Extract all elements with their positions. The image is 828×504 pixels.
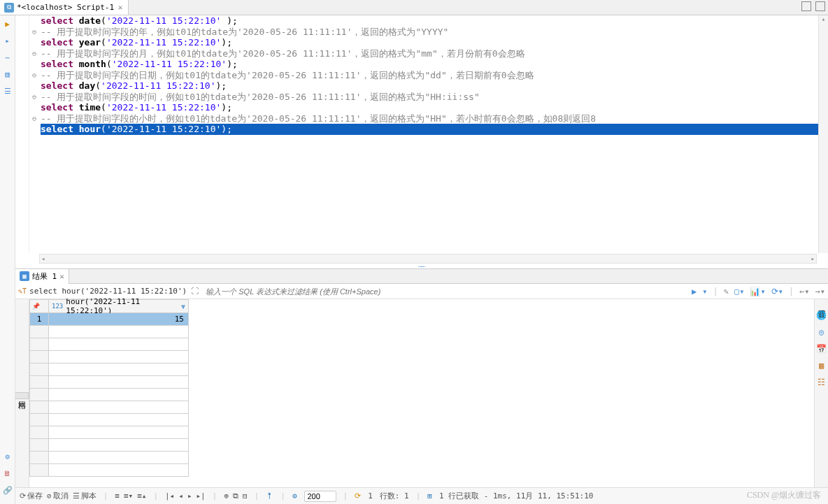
fold-column: ⊖ ⊖ ⊖ ⊖ ⊖ (29, 15, 39, 253)
history-icon[interactable]: ☰ (2, 85, 13, 96)
left-toolbar: ▶ ▸ ⋯ ▥ ☰ ⚙ 🗎 🔗 (0, 15, 15, 504)
results-right-tabs: 值查看 🌐 ◎ 📅 ▦ ☷ (814, 299, 828, 487)
expand-icon[interactable]: ⛶ (191, 287, 199, 296)
gear-icon[interactable]: ⚙ (292, 491, 297, 501)
results-tabbar: ▦ 结果 1 ✕ (15, 268, 828, 284)
add-row-icon[interactable]: ⊕ (224, 491, 229, 501)
execute-plan-icon[interactable]: ▸ (2, 35, 13, 46)
bars-down-icon[interactable]: ≡▾ (124, 491, 133, 501)
status-bar: ⟳ 保存 ⊘ 取消 ☰ 脚本 | ≡ ≡▾ ≡▴ | |◂ ◂ ▸ ▸| | (15, 487, 828, 504)
script-button[interactable]: ☰ 脚本 (73, 491, 97, 501)
execute-icon[interactable]: ▶ (2, 18, 13, 29)
forward-icon[interactable]: →▾ (815, 287, 825, 296)
rows-label: 行数: 1 (380, 491, 409, 501)
target-icon[interactable]: ◎ (819, 327, 824, 337)
source-icon[interactable]: 🗎 (2, 468, 13, 479)
close-tab-icon[interactable]: ✕ (117, 4, 124, 11)
column-filter-icon[interactable]: ▼ (181, 303, 185, 310)
watermark: CSDN @烟火缠过客 (747, 489, 821, 501)
last-page-icon[interactable]: ▸| (197, 491, 206, 501)
prev-page-icon[interactable]: ◂ (178, 491, 183, 501)
results-grid[interactable]: 📌 123 hour('2022-11-11 15:22:10') ▼ 1 15 (29, 299, 814, 487)
cancel-button[interactable]: ⊘ 取消 (47, 491, 69, 501)
grid-view-tab[interactable]: 网格 (14, 392, 29, 399)
page-size-input[interactable] (304, 491, 336, 502)
code-editor[interactable]: ⊖ ⊖ ⊖ ⊖ ⊖ select date('2022-11-11 15:22:… (15, 15, 828, 253)
back-icon[interactable]: ←▾ (799, 287, 809, 296)
sql-file-icon: ⧉ (4, 3, 14, 13)
column-header[interactable]: 123 hour('2022-11-11 15:22:10') ▼ (49, 299, 189, 313)
sql-badge-icon: ✎T (18, 287, 27, 295)
export-icon[interactable]: ⭱ (266, 491, 273, 501)
fetch-status-icon: ⊞ (427, 491, 432, 501)
close-results-icon[interactable]: ✕ (59, 272, 64, 281)
editor-tabbar: ⧉ *<localhost> Script-1 ✕ (0, 0, 828, 15)
maximize-icon[interactable] (815, 1, 825, 11)
vertical-scrollbar[interactable]: ▴ (818, 15, 828, 253)
line-gutter (15, 15, 29, 253)
apply-filter-icon[interactable]: ▶ (692, 287, 697, 296)
filter-input[interactable] (203, 286, 687, 297)
palette-icon[interactable]: ▦ (819, 361, 824, 370)
pin-icon: 📌 (32, 303, 40, 310)
settings-icon[interactable]: ⚙ (2, 451, 13, 462)
horizontal-scrollbar[interactable]: ◂ ▸ (39, 254, 817, 264)
minimize-icon[interactable] (801, 1, 811, 11)
layers-icon[interactable]: ☷ (818, 377, 825, 387)
row-number[interactable]: 1 (29, 313, 49, 326)
results-left-tabs: 网格 文本 ⇢ (15, 299, 29, 487)
editor-hscroll-row: ◂ ▸ (15, 253, 828, 264)
first-page-icon[interactable]: |◂ (165, 491, 174, 501)
results-tab[interactable]: ▦ 结果 1 ✕ (15, 269, 69, 284)
nav-index: 1 (368, 491, 373, 501)
chart-icon[interactable]: 📊▾ (750, 287, 765, 296)
results-tab-label: 结果 1 (32, 271, 57, 282)
outline-icon[interactable]: ▥ (2, 69, 13, 80)
cell-value[interactable]: 15 (49, 313, 189, 326)
copy-row-icon[interactable]: ⧉ (233, 491, 238, 501)
wand-icon[interactable]: ✎ (724, 287, 729, 296)
filter-dropdown-icon[interactable]: ▾ (702, 287, 707, 296)
save-button[interactable]: ⟳ 保存 (20, 491, 43, 501)
explain-icon[interactable]: ⋯ (2, 52, 13, 63)
bars-icon[interactable]: ≡ (115, 491, 120, 501)
panel-toggle-icon[interactable]: ▢▾ (734, 287, 744, 296)
delete-row-icon[interactable]: ⊟ (243, 491, 248, 501)
fetch-info: 1 行已获取 - 1ms, 11月 11, 15:51:10 (439, 491, 594, 501)
grid-icon: ▦ (20, 271, 29, 281)
editor-tab-title: *<localhost> Script-1 (17, 3, 114, 12)
next-page-icon[interactable]: ▸ (187, 491, 192, 501)
refresh-icon[interactable]: ⟳▾ (771, 287, 783, 296)
editor-tab[interactable]: ⧉ *<localhost> Script-1 ✕ (0, 0, 129, 15)
refresh-results-icon[interactable]: ⟳ (355, 491, 361, 501)
type-badge-icon: 123 (52, 303, 63, 310)
calendar-icon[interactable]: 📅 (816, 344, 827, 354)
code-text-area[interactable]: select date('2022-11-11 15:22:10' );-- 用… (39, 15, 818, 253)
globe-icon[interactable]: 🌐 (816, 310, 827, 320)
bars-up-icon[interactable]: ≡▴ (137, 491, 146, 501)
query-text-display: ✎T select hour('2022-11-11 15:22:10') (18, 287, 187, 296)
link-icon[interactable]: 🔗 (2, 484, 13, 496)
grid-corner[interactable]: 📌 (29, 299, 49, 313)
